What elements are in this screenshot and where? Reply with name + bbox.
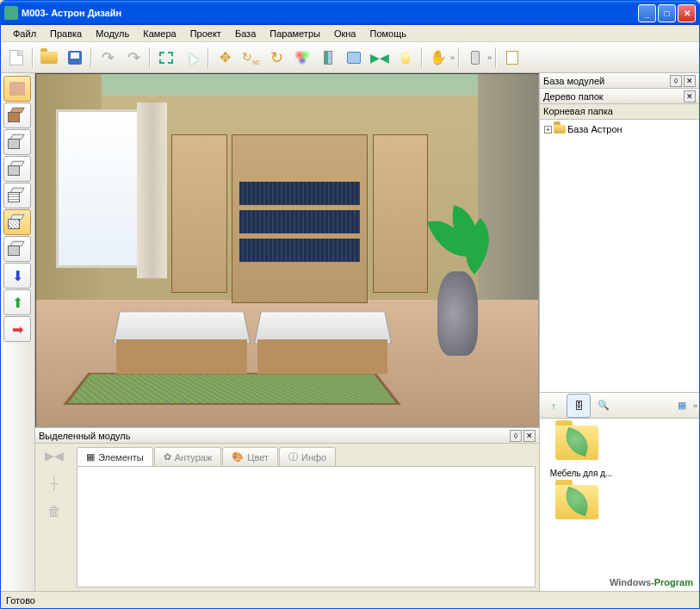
thumb-search-button[interactable]: 🔍 [592,394,616,418]
panel-close-button[interactable]: ✕ [523,430,536,442]
slider-tool-icon[interactable]: ┼ [50,476,59,490]
window-title: М003- Астрон Дизайн [22,8,638,18]
toolbar-expand-1[interactable]: » [450,53,455,62]
menu-windows[interactable]: Окна [327,27,363,40]
flower-icon [295,51,309,65]
selected-module-title: Выделенный модуль [39,431,508,441]
trash-icon[interactable]: 🗑 [47,504,61,519]
grid-icon: ▦ [86,451,95,463]
phone-icon [471,51,480,65]
save-button[interactable] [63,46,87,70]
leaf-icon: ✿ [164,451,171,463]
tree-node-base[interactable]: + База Астрон [543,123,696,135]
menu-camera[interactable]: Камера [136,27,183,40]
new-icon [9,50,23,65]
menu-project[interactable]: Проект [183,27,228,40]
box-wire2-icon [8,160,27,177]
tool-forward[interactable]: ➡ [3,316,31,342]
redo-icon: ↷ [127,48,140,67]
app-icon [4,6,18,20]
tree-close-button[interactable]: ✕ [684,90,696,103]
tree-expand-icon[interactable]: + [544,126,552,134]
menu-base[interactable]: База [228,27,263,40]
tool-export[interactable]: ⬆ [3,289,31,315]
box-wire-icon [8,134,27,151]
up-arrow-icon: ↑ [551,401,556,411]
texture-icon [9,82,25,96]
report-icon [506,51,518,65]
thumbnail-item[interactable] [547,485,616,526]
pan-button[interactable]: ✋ [426,46,450,70]
right-pin-button[interactable]: ◊ [670,75,682,87]
tab-info[interactable]: ⓘИнфо [279,447,336,466]
titlebar: М003- Астрон Дизайн _ □ ✕ [1,1,699,25]
minimize-button[interactable]: _ [638,4,656,22]
box-hatch-icon [8,187,27,204]
maximize-button[interactable]: □ [658,4,676,22]
box-diag-icon [8,214,27,231]
tool-box-hatch[interactable] [3,183,31,208]
hand-icon: ✋ [430,49,447,65]
report-button[interactable] [500,46,524,70]
drive-icon: 🗄 [574,401,584,411]
select-rect-icon [159,52,173,64]
view-button[interactable] [342,46,366,70]
move-icon: ✥ [220,49,231,65]
menu-edit[interactable]: Правка [43,27,89,40]
menu-params[interactable]: Параметры [263,27,327,40]
tab-entourage[interactable]: ✿Антураж [154,447,222,466]
open-icon [40,52,58,64]
toolbar-expand-2[interactable]: » [487,53,492,62]
light-button[interactable] [393,46,418,70]
main-toolbar: ↶ ↷ ✥ ↻90 ↻ ▶◀ ✋ » » [1,42,699,73]
rotate90-button[interactable]: ↻90 [238,46,263,70]
phone-button[interactable] [463,46,487,70]
mirror-button[interactable]: ▶◀ [368,46,392,70]
undo-button[interactable]: ↶ [96,46,120,70]
tool-box-wire2[interactable] [3,156,31,182]
menu-file[interactable]: Файл [6,27,43,40]
folder-tree-title: Дерево папок [543,91,682,102]
thumbnail-toolbar: ↑ 🗄 🔍 ▦ » [540,393,699,419]
mirror-tool-icon[interactable]: ▶◀ [45,449,64,463]
thumb-up-button[interactable]: ↑ [542,394,566,418]
thumb-view-button[interactable]: 🗄 [567,394,591,418]
tab-elements[interactable]: ▦Элементы [77,447,153,466]
select-rect-button[interactable] [154,46,178,70]
select-cursor-button[interactable] [180,46,204,70]
selected-module-panel: Выделенный модуль ◊ ✕ ▶◀ ┼ 🗑 ▦Элементы ✿… [35,427,539,591]
close-button[interactable]: ✕ [678,4,696,22]
move-button[interactable]: ✥ [213,46,237,70]
rotate-icon: ↻ [270,48,283,67]
folder-icon [554,125,566,134]
3d-viewport[interactable] [35,73,539,427]
tool-box-iso[interactable] [3,236,31,262]
menu-help[interactable]: Помощь [362,27,413,40]
watermark: Windows-Program [610,575,693,588]
mirror-icon: ▶◀ [370,51,389,65]
forward-icon: ➡ [12,321,23,338]
door-button[interactable] [316,46,340,70]
thumb-layout-button[interactable]: ▦ [670,394,694,418]
right-close-button[interactable]: ✕ [684,75,696,87]
new-button[interactable] [4,46,28,70]
tab-color[interactable]: 🎨Цвет [222,447,278,466]
panel-pin-button[interactable]: ◊ [510,430,522,442]
menu-module[interactable]: Модуль [89,27,136,40]
open-button[interactable] [37,46,61,70]
rotate-button[interactable]: ↻ [264,46,288,70]
tool-box-wire[interactable] [3,129,31,155]
redo-button[interactable]: ↷ [121,46,146,70]
tool-box-diag[interactable] [3,209,31,235]
thumbnail-item[interactable]: Мебель для д... [547,426,616,478]
tool-import[interactable]: ⬇ [3,263,31,289]
materials-button[interactable] [290,46,314,70]
left-toolbar: ⬇ ⬆ ➡ [1,73,35,591]
tool-box-solid[interactable] [3,103,31,128]
tool-texture[interactable] [3,76,31,102]
status-text: Готово [6,595,35,606]
module-base-title: База модулей [543,76,668,86]
palette-icon: 🎨 [232,451,244,463]
export-icon: ⬆ [12,295,23,311]
layout-icon: ▦ [678,400,686,411]
